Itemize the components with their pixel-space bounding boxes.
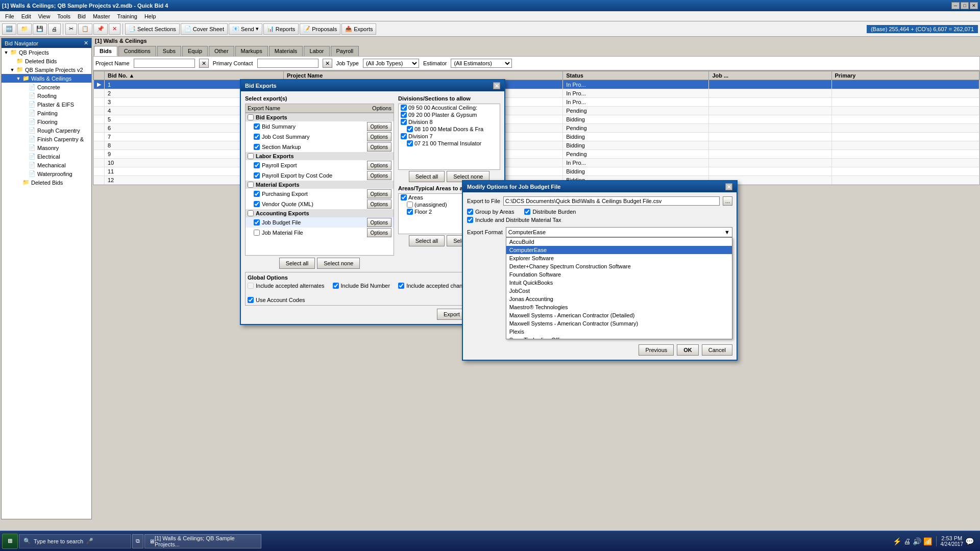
include-change-orders-check[interactable] bbox=[398, 283, 404, 289]
col-header-job[interactable]: Job ... bbox=[709, 71, 831, 80]
tree-item-flooring[interactable]: 📄 Flooring bbox=[2, 117, 91, 126]
copy-btn[interactable]: 📋 bbox=[78, 23, 92, 35]
area-floor2-check[interactable] bbox=[407, 209, 413, 215]
print-btn[interactable]: 🖨 bbox=[48, 23, 61, 35]
job-type-select[interactable]: (All Job Types) bbox=[363, 59, 419, 68]
menu-training[interactable]: Training bbox=[114, 12, 140, 20]
option-foundation[interactable]: Foundation Software bbox=[506, 270, 732, 279]
tree-item-qb-projects[interactable]: ▼ 📁 QB Projects bbox=[2, 48, 91, 57]
payroll-export-check[interactable] bbox=[254, 162, 260, 168]
cover-sheet-btn[interactable]: 📄 Cover Sheet bbox=[181, 23, 228, 35]
tree-item-masonry[interactable]: 📄 Masonry bbox=[2, 143, 91, 152]
vendor-quote-check[interactable] bbox=[254, 201, 260, 207]
cut-btn[interactable]: ✂ bbox=[65, 23, 77, 35]
tree-item-deleted-bids-2[interactable]: 📁 Deleted Bids bbox=[2, 178, 91, 187]
table-row[interactable]: 9 Masonry Pending bbox=[94, 150, 979, 159]
clock[interactable]: 2:53 PM 4/24/2017 bbox=[941, 535, 964, 547]
use-account-codes-check[interactable] bbox=[248, 297, 254, 303]
tree-item-concrete[interactable]: 📄 Concrete bbox=[2, 83, 91, 91]
table-row[interactable]: 10 Electrical In Pro... bbox=[94, 159, 979, 167]
payroll-cost-code-check[interactable] bbox=[254, 172, 260, 179]
job-material-options-btn[interactable]: Options bbox=[367, 228, 391, 237]
taskbar-app-item[interactable]: 🖥 [1] Walls & Ceilings; QB Sample Projec… bbox=[144, 534, 261, 548]
col-header-bidno2[interactable]: Bid No. ▲ bbox=[105, 71, 284, 80]
table-row[interactable]: 3 Roofing In Pro... bbox=[94, 98, 979, 107]
tree-item-waterproofing[interactable]: 📄 Waterproofing bbox=[2, 169, 91, 178]
labor-exports-section-check[interactable] bbox=[248, 153, 254, 159]
tree-item-rough-carpentry[interactable]: 📄 Rough Carpentry bbox=[2, 126, 91, 135]
menu-view[interactable]: View bbox=[35, 12, 54, 20]
menu-file[interactable]: File bbox=[2, 12, 17, 20]
option-computerease[interactable]: ComputerEase bbox=[506, 246, 732, 254]
tab-materials[interactable]: Materials bbox=[269, 46, 303, 56]
project-name-input[interactable] bbox=[134, 59, 195, 68]
vendor-quote-options-btn[interactable]: Options bbox=[367, 199, 391, 209]
table-row[interactable]: 4 Plaster & EIFS Pending bbox=[94, 107, 979, 115]
exports-select-none-btn[interactable]: Select none bbox=[317, 258, 360, 269]
div-7-check[interactable] bbox=[401, 133, 407, 139]
div-08-10-check[interactable] bbox=[407, 126, 413, 132]
payroll-export-options-btn[interactable]: Options bbox=[367, 161, 391, 170]
bid-nav-close[interactable]: ✕ bbox=[84, 40, 88, 46]
ok-btn[interactable]: OK bbox=[677, 344, 699, 356]
table-row[interactable]: 2 Concrete In Pro... bbox=[94, 89, 979, 98]
job-cost-options-btn[interactable]: Options bbox=[367, 132, 391, 141]
proposals-btn[interactable]: 📝 Proposals bbox=[300, 23, 340, 35]
minimize-btn[interactable]: ─ bbox=[951, 2, 960, 9]
exports-select-all-btn[interactable]: Select all bbox=[279, 258, 315, 269]
div-8-check[interactable] bbox=[401, 119, 407, 125]
tree-item-walls-ceilings[interactable]: ▼ 📁 Walls & Ceilings bbox=[2, 74, 91, 83]
bid-exports-section-check[interactable] bbox=[248, 114, 254, 120]
table-row[interactable]: 7 Rough Carpentry Bidding bbox=[94, 133, 979, 141]
estimator-select[interactable]: (All Estimators) bbox=[451, 59, 512, 68]
area-areas-check[interactable] bbox=[401, 194, 407, 201]
close-btn[interactable]: ✕ bbox=[970, 2, 978, 9]
table-row[interactable]: 8 Finish Carpentry... Bidding bbox=[94, 141, 979, 150]
job-cost-summary-check[interactable] bbox=[254, 134, 260, 140]
job-material-check[interactable] bbox=[254, 230, 260, 236]
tab-subs[interactable]: Subs bbox=[157, 46, 181, 56]
payroll-cost-code-options-btn[interactable]: Options bbox=[367, 171, 391, 180]
div-07-21-check[interactable] bbox=[407, 140, 413, 146]
start-button[interactable]: ⊞ bbox=[2, 534, 18, 549]
option-dexter-chaney[interactable]: Dexter+Chaney Spectrum Construction Soft… bbox=[506, 262, 732, 270]
option-plexis[interactable]: Plexis bbox=[506, 328, 732, 336]
export-to-file-input[interactable] bbox=[503, 196, 720, 206]
tab-markups[interactable]: Markups bbox=[235, 46, 268, 56]
tab-bids[interactable]: Bids bbox=[94, 46, 117, 56]
section-markup-options-btn[interactable]: Options bbox=[367, 142, 391, 152]
distribute-burden-check[interactable] bbox=[524, 209, 530, 215]
col-header-status[interactable]: Status bbox=[563, 71, 709, 80]
section-markup-check[interactable] bbox=[254, 144, 260, 150]
col-header-primary[interactable]: Primary bbox=[831, 71, 979, 80]
option-jobcost[interactable]: JobCost bbox=[506, 287, 732, 295]
option-maxwell-detailed[interactable]: Maxwell Systems - American Contractor (D… bbox=[506, 311, 732, 319]
option-sage-timberline[interactable]: Sage Timberline Office bbox=[506, 336, 732, 339]
purchasing-export-check[interactable] bbox=[254, 191, 260, 197]
window-controls[interactable]: ─ □ ✕ bbox=[951, 2, 978, 9]
group-by-areas-check[interactable] bbox=[467, 209, 473, 215]
option-jonas[interactable]: Jonas Accounting bbox=[506, 295, 732, 303]
export-format-dropdown[interactable]: AccuBuild ComputerEase Explorer Software… bbox=[506, 237, 732, 339]
send-btn[interactable]: 📧 Send ▾ bbox=[229, 23, 262, 35]
option-maestro[interactable]: Maestro® Technologies bbox=[506, 303, 732, 311]
export-format-select[interactable]: ComputerEase ▼ bbox=[506, 227, 732, 237]
project-name-clear-btn[interactable]: ✕ bbox=[199, 59, 209, 68]
tree-item-qb-sample[interactable]: ▼ 📁 QB Sample Projects v2 bbox=[2, 65, 91, 74]
menu-edit[interactable]: Edit bbox=[18, 12, 34, 20]
tab-conditions[interactable]: Conditions bbox=[118, 46, 156, 56]
job-budget-check[interactable] bbox=[254, 219, 260, 226]
tree-item-electrical[interactable]: 📄 Electrical bbox=[2, 152, 91, 161]
option-maxwell-summary[interactable]: Maxwell Systems - American Contractor (S… bbox=[506, 319, 732, 328]
tab-other[interactable]: Other bbox=[209, 46, 234, 56]
material-exports-section-check[interactable] bbox=[248, 182, 254, 188]
tree-item-painting[interactable]: 📄 Painting bbox=[2, 109, 91, 117]
previous-btn[interactable]: Previous bbox=[639, 344, 674, 356]
include-bid-number-check[interactable] bbox=[333, 283, 339, 289]
div-select-all-btn[interactable]: Select all bbox=[409, 171, 445, 182]
browse-btn[interactable]: ... bbox=[723, 196, 732, 206]
menu-bid[interactable]: Bid bbox=[75, 12, 89, 20]
include-alternates-check[interactable] bbox=[248, 283, 254, 289]
new-btn[interactable]: 🆕 bbox=[2, 23, 16, 35]
select-sections-btn[interactable]: 📑 Select Sections bbox=[125, 23, 180, 35]
